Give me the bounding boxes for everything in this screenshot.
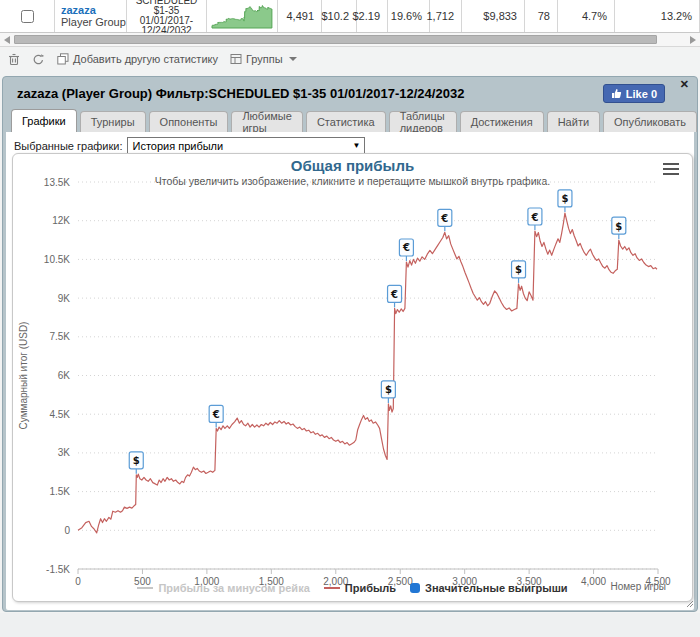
trash-icon: [8, 53, 20, 66]
tab-0[interactable]: Графики: [11, 109, 77, 132]
legend-label: Прибыль за минусом рейка: [158, 582, 309, 594]
win-marker: €: [528, 208, 542, 230]
select-arrow-icon: ▼: [353, 141, 361, 150]
svg-text:6K: 6K: [58, 370, 71, 381]
filter-cell: SCHEDULED $1-35 01/01/2017-12/24/2032: [127, 0, 207, 32]
panel-content: Выбранные графики: История прибыли ▼ Общ…: [6, 132, 694, 610]
graph-type-select[interactable]: История прибыли ▼: [127, 137, 365, 154]
win-marker: €: [388, 285, 402, 307]
svg-text:$: $: [615, 221, 622, 232]
groups-dropdown-button[interactable]: Группы: [230, 53, 297, 65]
groups-icon: [230, 53, 242, 65]
svg-text:4.5K: 4.5K: [49, 409, 70, 420]
tab-4[interactable]: Статистика: [306, 111, 386, 132]
legend-square-icon: [410, 583, 420, 593]
profit-sparkline: [209, 1, 275, 31]
svg-text:10.5K: 10.5K: [44, 254, 70, 265]
chevron-down-icon: [289, 57, 297, 61]
legend-item-profit[interactable]: Прибыль: [324, 582, 396, 594]
add-statistic-label: Добавить другую статистику: [73, 53, 218, 65]
legend-label: Значительные выигрыши: [425, 582, 568, 594]
tab-2[interactable]: Оппоненты: [149, 111, 229, 132]
player-type-label: Player Group: [61, 16, 126, 28]
row-checkbox[interactable]: [21, 10, 34, 23]
svg-text:-1.5K: -1.5K: [46, 564, 70, 575]
tab-3[interactable]: Любимые игры: [231, 111, 303, 132]
svg-text:$: $: [561, 193, 568, 204]
selected-graphs-label: Выбранные графики:: [14, 140, 122, 152]
delete-button[interactable]: [8, 53, 20, 66]
win-marker: €: [399, 239, 413, 261]
graph-select-row: Выбранные графики: История прибыли ▼: [14, 137, 365, 154]
win-marker: $: [612, 217, 626, 239]
stat-cell: 19.6%: [388, 0, 430, 32]
tab-bar: ГрафикиТурнирыОппонентыЛюбимые игрыСтати…: [3, 109, 697, 132]
scroll-left-arrow-icon[interactable]: [4, 36, 10, 44]
svg-text:€: €: [390, 289, 398, 300]
horizontal-scrollbar[interactable]: [0, 33, 700, 47]
svg-text:€: €: [212, 409, 220, 420]
groups-label: Группы: [246, 53, 283, 65]
xaxis-title: Номер игры: [610, 581, 666, 592]
stat-cell: 78: [525, 0, 558, 32]
legend-label: Прибыль: [345, 582, 396, 594]
thumbs-up-icon: [611, 88, 622, 99]
stat-cell: 4.7%: [558, 0, 615, 32]
svg-text:1.5K: 1.5K: [49, 486, 70, 497]
tab-5[interactable]: Таблицы лидеров: [389, 111, 457, 132]
tab-6[interactable]: Достижения: [460, 111, 544, 132]
player-name-cell: zazaza Player Group: [55, 0, 127, 32]
row-checkbox-cell: [0, 0, 55, 32]
svg-text:9K: 9K: [58, 293, 71, 304]
legend-item-wins[interactable]: Значительные выигрыши: [410, 582, 568, 594]
panel-header: zazaza (Player Group) Фильтр:SCHEDULED $…: [3, 77, 697, 109]
stats-table-row: zazaza Player Group SCHEDULED $1-35 01/0…: [0, 0, 700, 33]
svg-text:0: 0: [64, 525, 70, 536]
svg-text:3K: 3K: [58, 447, 71, 458]
svg-text:Суммарный итог (USD): Суммарный итог (USD): [18, 322, 29, 430]
refresh-icon: [32, 53, 45, 66]
facebook-like-button[interactable]: Like 0: [603, 84, 665, 103]
stat-cell: 4,491: [278, 0, 322, 32]
svg-text:$: $: [133, 455, 140, 466]
svg-text:€: €: [402, 242, 410, 253]
profit-chart-svg[interactable]: -1.5K01.5K3K4.5K6K7.5K9K10.5K12K13.5K050…: [13, 154, 692, 601]
player-name-link[interactable]: zazaza: [61, 4, 96, 16]
stat-cell: 13.2%: [615, 0, 700, 32]
chart-legend: Прибыль за минусом рейкаПрибыльЗначитель…: [13, 582, 692, 594]
scroll-right-arrow-icon[interactable]: [690, 36, 696, 44]
stat-cell: 1,712: [430, 0, 462, 32]
win-marker: $: [558, 190, 572, 212]
tab-7[interactable]: Найти: [547, 111, 600, 132]
scrollbar-thumb[interactable]: [14, 35, 657, 44]
svg-text:€: €: [440, 213, 448, 224]
stat-cell: $2.19: [357, 0, 388, 32]
win-marker: €: [209, 405, 223, 427]
player-panel: zazaza (Player Group) Фильтр:SCHEDULED $…: [2, 76, 698, 612]
graph-select-value: История прибыли: [132, 140, 223, 152]
stat-values: 4,491$10.2$2.1919.6%1,712$9,833784.7%13.…: [278, 0, 700, 32]
page-background: [0, 613, 700, 637]
legend-item-rake[interactable]: Прибыль за минусом рейка: [137, 582, 309, 594]
tab-1[interactable]: Турниры: [80, 111, 146, 132]
svg-text:$: $: [385, 384, 392, 395]
sparkline-cell: [207, 0, 278, 32]
stat-cell: $9,833: [462, 0, 525, 32]
like-label: Like 0: [626, 88, 657, 100]
copy-plus-icon: [57, 53, 69, 65]
svg-text:$: $: [515, 264, 522, 275]
panel-title: zazaza (Player Group) Фильтр:SCHEDULED $…: [17, 86, 464, 101]
add-statistic-button[interactable]: Добавить другую статистику: [57, 53, 218, 65]
legend-line-icon: [324, 587, 340, 589]
resize-grip-icon[interactable]: [685, 599, 694, 608]
win-marker: $: [129, 452, 143, 474]
legend-line-icon: [137, 587, 153, 589]
profit-chart: Общая прибыль Чтобы увеличить изображени…: [12, 153, 693, 602]
refresh-button[interactable]: [32, 53, 45, 66]
tab-8[interactable]: Опубликовать: [603, 111, 697, 132]
win-marker: €: [438, 209, 452, 231]
close-icon[interactable]: ✕: [680, 78, 689, 91]
svg-text:13.5K: 13.5K: [44, 177, 70, 188]
win-marker: $: [512, 261, 526, 283]
svg-text:12K: 12K: [52, 215, 70, 226]
